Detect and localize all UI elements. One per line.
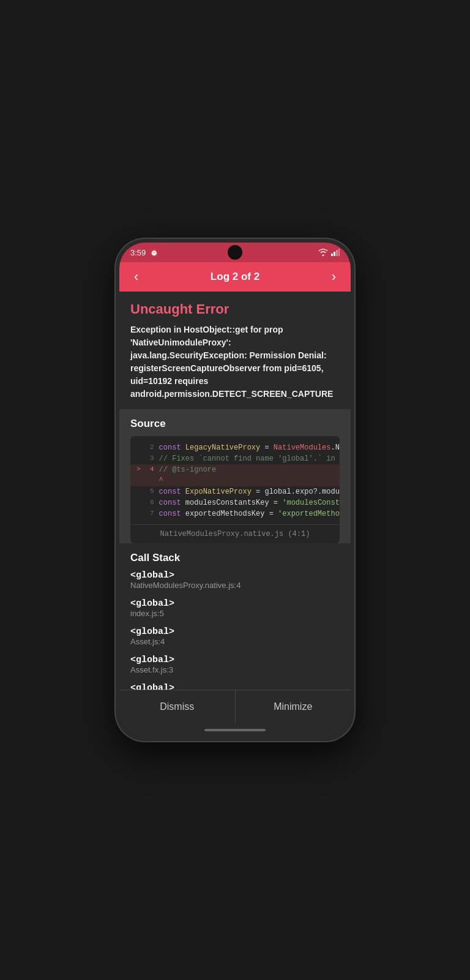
svg-rect-0 [331,254,333,256]
code-line-4: > 4 // @ts-ignore [130,464,340,475]
status-bar: 3:59 ⏰ [119,243,351,262]
phone-frame: 3:59 ⏰ ‹ Log 2 of 2 › [116,239,354,741]
stack-frame-0: <global> NativeModulesProxy.native.js:4 [130,570,340,590]
callstack-title: Call Stack [130,552,340,564]
time-label: 3:59 [130,248,146,257]
home-indicator [119,723,351,737]
code-block: 2 const LegacyNativeProxy = NativeModule… [130,436,340,543]
status-icons [318,249,340,256]
main-content: Uncaught Error Exception in HostObject::… [119,292,351,690]
code-line-caret: ^ [130,475,340,486]
source-section: Source 2 const LegacyNativeProxy = Nativ… [119,409,351,543]
code-line-5: 5 const ExpoNativeProxy = global.expo?.m… [130,486,340,497]
error-section: Uncaught Error Exception in HostObject::… [119,292,351,408]
svg-rect-3 [338,249,340,256]
home-bar [204,729,266,731]
error-message: Exception in HostObject::get for prop 'N… [130,323,340,401]
notch [228,245,242,260]
minimize-button[interactable]: Minimize [236,690,351,723]
bottom-bar: Dismiss Minimize [119,690,351,723]
callstack-section: Call Stack <global> NativeModulesProxy.n… [119,543,351,690]
status-time: 3:59 ⏰ [130,248,159,257]
prev-button[interactable]: ‹ [129,266,143,287]
stack-frame-2: <global> Asset.js:4 [130,627,340,646]
code-filename: NativeModulesProxy.native.js (4:1) [130,524,340,543]
code-line-3: 3 // Fixes `cannot find name 'global'.` … [130,453,340,464]
code-line-2: 2 const LegacyNativeProxy = NativeModule… [130,442,340,453]
stack-frame-4: <global> index.js:2 [130,683,340,690]
code-line-6: 6 const modulesConstantsKey = 'modulesCo… [130,497,340,508]
source-title: Source [130,418,340,430]
nav-title: Log 2 of 2 [211,271,259,283]
signal-icon [331,249,340,256]
code-line-7: 7 const exportedMethodsKey = 'exportedMe… [130,508,340,519]
error-title: Uncaught Error [130,301,340,317]
wifi-icon [318,249,328,256]
svg-rect-1 [334,252,335,256]
dismiss-button[interactable]: Dismiss [119,690,236,723]
next-button[interactable]: › [327,266,341,287]
svg-rect-2 [336,250,338,256]
nav-header: ‹ Log 2 of 2 › [119,262,351,292]
stack-frame-3: <global> Asset.fx.js:3 [130,655,340,674]
stack-frame-1: <global> index.js:5 [130,598,340,618]
alarm-icon: ⏰ [150,249,159,257]
